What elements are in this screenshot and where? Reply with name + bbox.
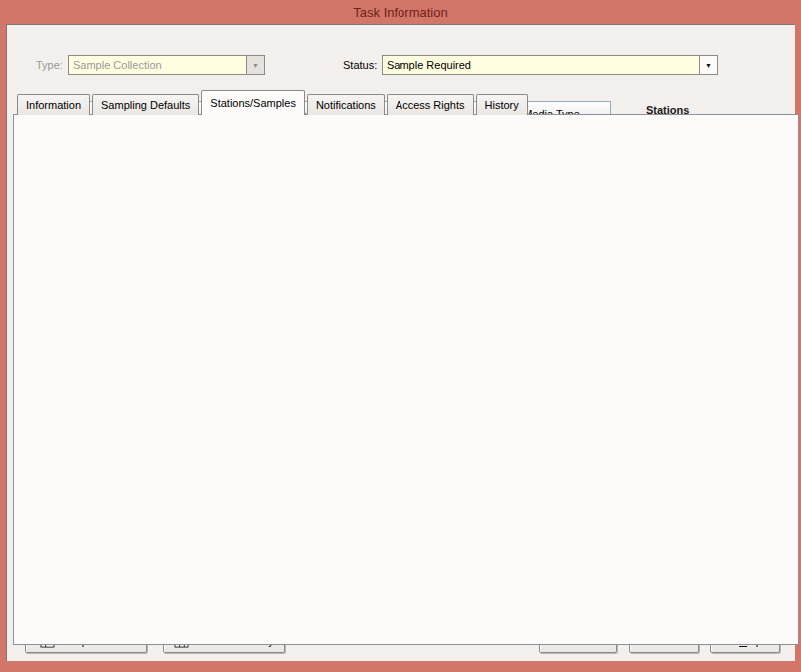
tab-stations-samples[interactable]: Stations/Samples <box>201 90 305 115</box>
type-dropdown-arrow-icon: ▼ <box>246 56 264 74</box>
status-label: Status: <box>343 57 377 73</box>
tab-history[interactable]: History <box>476 94 528 115</box>
status-dropdown-arrow-icon[interactable]: ▼ <box>699 56 717 74</box>
type-label: Type: <box>36 57 63 73</box>
window-title: Task Information <box>353 5 447 20</box>
type-combobox: Sample Collection ▼ <box>68 55 265 75</box>
tabpage-stations-samples <box>13 114 799 645</box>
tab-notifications[interactable]: Notifications <box>307 94 385 115</box>
type-value: Sample Collection <box>69 59 246 71</box>
window-titlebar: Task Information <box>0 0 801 24</box>
tab-access-rights[interactable]: Access Rights <box>387 94 474 115</box>
tab-sampling-defaults[interactable]: Sampling Defaults <box>92 94 199 115</box>
status-combobox[interactable]: Sample Required ▼ <box>382 55 718 75</box>
tab-strip: Information Sampling Defaults Stations/S… <box>17 91 530 115</box>
dialog-body: Type: Sample Collection ▼ Status: Sample… <box>6 24 795 661</box>
status-value: Sample Required <box>383 59 699 71</box>
tab-information[interactable]: Information <box>17 94 90 115</box>
